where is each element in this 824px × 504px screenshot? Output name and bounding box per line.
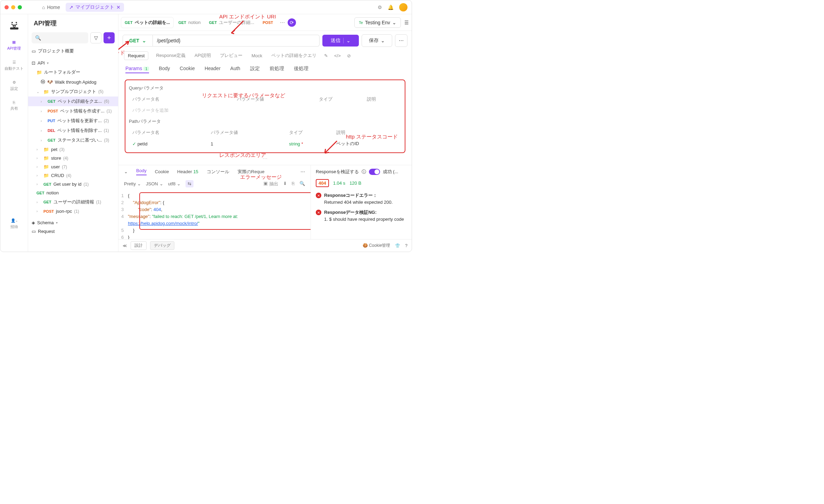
editor-tab[interactable]: GETペットの詳細を... bbox=[121, 17, 173, 28]
rail-invite[interactable]: 👤₊ 招待 bbox=[9, 217, 19, 231]
copy-icon[interactable]: ⎘ bbox=[292, 181, 295, 187]
tab-post[interactable]: 後処理 bbox=[294, 64, 308, 73]
format-selector[interactable]: Pretty ⌄ bbox=[124, 181, 141, 186]
type-selector[interactable]: JSON ⌄ bbox=[146, 181, 163, 186]
api-item[interactable]: ›GETGet user by id(1) bbox=[28, 180, 118, 188]
divider[interactable]: ⋯ bbox=[125, 155, 405, 162]
add-param-row[interactable]: パラメータを追加 bbox=[130, 105, 401, 116]
resp-tab-actual[interactable]: 実際のReque bbox=[238, 169, 264, 175]
tab-auth[interactable]: Auth bbox=[230, 64, 240, 73]
root-folder[interactable]: 📁 ルートフォルダー bbox=[28, 67, 118, 77]
folder-item[interactable]: ›📁CRUD(4) bbox=[28, 171, 118, 180]
edit-icon[interactable]: ✎ bbox=[324, 53, 328, 58]
tab-pre[interactable]: 前処理 bbox=[270, 64, 284, 73]
folder-item[interactable]: ›📁user(7) bbox=[28, 162, 118, 171]
menu-icon[interactable]: ☰ bbox=[404, 20, 409, 25]
params-badge: 1 bbox=[143, 67, 149, 71]
wrap-icon[interactable]: ⇆ bbox=[186, 180, 193, 187]
send-button[interactable]: 送信 ⌄ bbox=[322, 35, 359, 47]
minimize-window[interactable] bbox=[11, 5, 15, 9]
api-item[interactable]: ›GETユーザーの詳細情報(1) bbox=[28, 197, 118, 207]
search-icon[interactable]: 🔍 bbox=[299, 181, 305, 187]
resp-tab-body[interactable]: Body bbox=[136, 168, 147, 175]
response-summary: Responseを検証する ⓘ 成功 (... 404 1.04 s 120 B… bbox=[311, 165, 412, 239]
editor-tab[interactable]: GETnotion bbox=[175, 17, 204, 28]
maximize-window[interactable] bbox=[18, 5, 22, 9]
close-icon[interactable]: ✕ bbox=[116, 5, 121, 10]
walkthrough-item[interactable]: Ⓜ 🐶 Walk through Apidog bbox=[28, 77, 118, 87]
more-icon[interactable]: ⋯ bbox=[300, 169, 305, 174]
sample-folder[interactable]: ⌄ 📁 サンプルプロジェクト (5) bbox=[28, 87, 118, 96]
api-section[interactable]: ⊡ API ▾ bbox=[28, 59, 118, 67]
encoding-selector[interactable]: utf8 ⌄ bbox=[168, 181, 181, 186]
path-param-row[interactable]: ✓ petId 1 string * ペットのID bbox=[130, 138, 401, 149]
footer-design[interactable]: 設計 bbox=[131, 241, 147, 250]
project-tab[interactable]: ↗ マイプロジェクト ✕ bbox=[66, 3, 124, 12]
bell-icon[interactable]: 🔔 bbox=[388, 5, 394, 10]
url-input[interactable]: /pet/{petId} bbox=[153, 35, 320, 47]
folder-item[interactable]: ›📁store(4) bbox=[28, 154, 118, 162]
api-item[interactable]: ›POSTjson-rpc(1) bbox=[28, 207, 118, 216]
response-body[interactable]: 1234 56 { "ApidogError": { "code": 404, … bbox=[118, 190, 311, 239]
subtab-api-doc[interactable]: API説明 bbox=[193, 50, 212, 61]
info-icon[interactable]: ⓘ bbox=[362, 169, 366, 175]
tree-count: (6) bbox=[104, 99, 109, 104]
collapse-icon[interactable]: ⌄ bbox=[124, 169, 128, 174]
gear-icon[interactable]: ⚙ bbox=[378, 5, 382, 10]
tree-count: (1) bbox=[107, 109, 112, 114]
api-item[interactable]: ›DELペット情報を削除す...(1) bbox=[28, 126, 118, 135]
rail-api[interactable]: ▦ API管理 bbox=[6, 39, 23, 52]
api-item[interactable]: ›POSTペット情報を作成す...(1) bbox=[28, 106, 118, 116]
api-item[interactable]: ›GETステータスに基づい...(3) bbox=[28, 135, 118, 145]
editor-tab[interactable]: GETユーザーの詳細... bbox=[206, 17, 258, 28]
method-selector[interactable]: GET ⌄ bbox=[123, 35, 153, 47]
delete-icon[interactable]: ⊘ bbox=[347, 53, 351, 58]
success-label[interactable]: 成功 (... bbox=[383, 169, 398, 175]
home-button[interactable]: ⌂ Home bbox=[42, 5, 60, 10]
resp-tab-console[interactable]: コンソール bbox=[207, 169, 229, 175]
rail-label: API管理 bbox=[7, 46, 21, 51]
request-section[interactable]: ▭ Request bbox=[28, 227, 118, 236]
tab-cookie[interactable]: Cookie bbox=[180, 64, 195, 73]
avatar[interactable] bbox=[399, 3, 407, 11]
tab-settings[interactable]: 設定 bbox=[250, 64, 260, 73]
new-tab-button[interactable]: ⟳ bbox=[288, 18, 296, 27]
tab-header[interactable]: Header bbox=[205, 64, 221, 73]
search-input[interactable]: 🔍 bbox=[32, 32, 88, 43]
folder-item[interactable]: ›📁pet(3) bbox=[28, 145, 118, 154]
schema-section[interactable]: ◈ Schema ▾ bbox=[28, 218, 118, 227]
resp-tab-cookie[interactable]: Cookie bbox=[155, 169, 169, 174]
cookie-mgmt[interactable]: 🍪 Cookie管理 bbox=[363, 243, 390, 249]
editor-tab[interactable]: POST bbox=[259, 17, 279, 28]
more-button[interactable]: ⋯ bbox=[395, 34, 407, 47]
download-icon[interactable]: ⬇ bbox=[283, 181, 287, 187]
subtab-mock[interactable]: Mock bbox=[250, 51, 264, 60]
api-item[interactable]: ›GETペットの詳細をクエ...(6) bbox=[28, 96, 118, 106]
api-item[interactable]: ›PUTペット情報を更新す...(2) bbox=[28, 116, 118, 126]
subtab-response-def[interactable]: Response定義 bbox=[155, 50, 187, 61]
env-selector[interactable]: Te Testing Env ⌄ bbox=[354, 17, 401, 28]
footer-debug[interactable]: デバッグ bbox=[150, 241, 174, 250]
add-button[interactable]: + bbox=[104, 32, 115, 43]
tab-body[interactable]: Body bbox=[159, 64, 170, 73]
subtab-preview[interactable]: プレビュー bbox=[219, 50, 244, 61]
tab-params[interactable]: Params1 bbox=[125, 64, 149, 73]
subtab-request[interactable]: Request bbox=[124, 51, 148, 60]
shirt-icon[interactable]: 👕 bbox=[395, 243, 400, 248]
rail-autotest[interactable]: ☰ 自動テスト bbox=[3, 59, 25, 73]
validate-toggle[interactable] bbox=[369, 169, 380, 175]
save-button[interactable]: 保存 ⌄ bbox=[362, 34, 392, 47]
rail-share[interactable]: ⎘ 共有 bbox=[9, 99, 19, 112]
api-item[interactable]: GETnotion bbox=[28, 188, 118, 197]
help-icon[interactable]: ? bbox=[405, 243, 407, 248]
code-icon[interactable]: </> bbox=[334, 53, 341, 58]
filter-button[interactable]: ▽ bbox=[90, 32, 101, 43]
resp-tab-header[interactable]: Header 15 bbox=[177, 169, 198, 174]
param-value[interactable]: 1 bbox=[208, 138, 286, 149]
tabs-more[interactable]: ⋯ bbox=[280, 20, 285, 25]
rail-settings[interactable]: ⚙ 設定 bbox=[9, 79, 19, 93]
project-overview[interactable]: ▭ プロジェクト概要 bbox=[28, 46, 118, 56]
collapse-icon[interactable]: ≪ bbox=[123, 243, 127, 248]
close-window[interactable] bbox=[5, 5, 9, 9]
extract-button[interactable]: ▣ 抽出 bbox=[263, 181, 278, 187]
